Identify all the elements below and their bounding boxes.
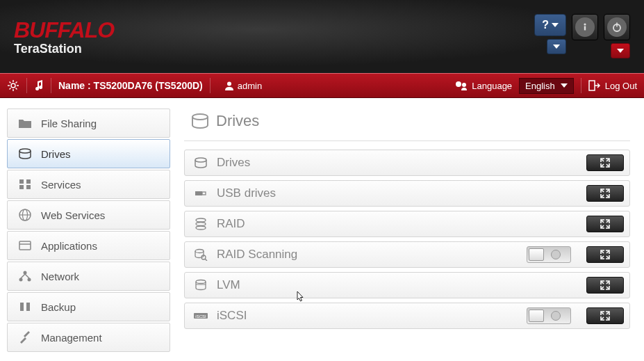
- user-block[interactable]: admin: [224, 81, 262, 91]
- language-value: English: [525, 81, 555, 91]
- sidebar-item-web-services[interactable]: Web Services: [7, 200, 170, 230]
- help-dropdown[interactable]: [547, 39, 566, 54]
- row-icon: [193, 279, 208, 291]
- row-icon: iSCSI: [193, 311, 208, 321]
- expand-button[interactable]: [586, 154, 624, 171]
- row-icon: [193, 218, 208, 230]
- power-button[interactable]: [604, 14, 630, 40]
- svg-point-4: [11, 83, 15, 88]
- status-bar: Name : TS5200DA76 (TS5200D) admin Langua…: [0, 73, 644, 98]
- svg-point-27: [19, 278, 23, 282]
- power-group: [604, 14, 630, 58]
- chevron-down-icon: [617, 49, 624, 53]
- sidebar-item-file-sharing[interactable]: File Sharing: [7, 109, 170, 138]
- power-dropdown[interactable]: [611, 43, 630, 58]
- status-bar-right: Language English Log Out: [455, 78, 637, 94]
- svg-rect-21: [26, 185, 31, 189]
- header-right: ?: [534, 14, 630, 58]
- drive-icon: [17, 148, 33, 159]
- row-label: RAID Scanning: [217, 248, 518, 262]
- sidebar-item-services[interactable]: Services: [7, 170, 170, 199]
- power-icon: [607, 17, 627, 37]
- info-icon: [575, 17, 595, 37]
- svg-rect-20: [19, 185, 24, 189]
- svg-point-14: [456, 81, 461, 87]
- svg-rect-30: [20, 303, 24, 311]
- toggle-knob: [529, 310, 544, 322]
- backup-icon: [17, 300, 33, 313]
- logout-label: Log Out: [605, 81, 637, 91]
- info-button[interactable]: [572, 14, 598, 40]
- sidebar-item-label: Web Services: [41, 209, 105, 221]
- sidebar-item-backup[interactable]: Backup: [7, 292, 170, 321]
- globe-icon: [17, 208, 33, 222]
- network-icon: [17, 270, 33, 282]
- toggle-indicator: [551, 311, 561, 321]
- logout-icon: [588, 80, 601, 91]
- brand-product: TeraStation: [14, 42, 114, 56]
- expand-icon: [600, 219, 610, 229]
- svg-point-13: [227, 82, 231, 86]
- svg-rect-25: [19, 241, 31, 250]
- sidebar-item-applications[interactable]: Applications: [7, 231, 170, 260]
- expand-button[interactable]: [586, 216, 624, 232]
- svg-rect-16: [589, 81, 595, 90]
- chevron-down-icon: [552, 23, 559, 27]
- sidebar-item-label: Management: [41, 332, 102, 344]
- expand-button[interactable]: [586, 277, 624, 294]
- divider: [51, 78, 51, 93]
- row-label: iSCSI: [217, 309, 518, 323]
- language-select[interactable]: English: [519, 78, 574, 94]
- row-lvm: LVM: [184, 272, 630, 298]
- sidebar: File Sharing Drives Services Web Service…: [7, 109, 170, 361]
- brand-logo: BUFFALO: [14, 17, 114, 43]
- chevron-down-icon: [561, 83, 568, 88]
- applications-icon: [17, 239, 33, 252]
- page-title-text: Drives: [216, 112, 259, 130]
- logout-button[interactable]: Log Out: [588, 80, 637, 91]
- svg-point-28: [28, 278, 31, 282]
- toggle-switch[interactable]: [527, 307, 571, 324]
- username: admin: [238, 81, 262, 91]
- svg-rect-34: [195, 191, 202, 195]
- svg-point-36: [196, 218, 206, 222]
- sidebar-item-label: Services: [41, 179, 81, 191]
- svg-point-32: [192, 114, 208, 120]
- svg-rect-19: [26, 179, 31, 184]
- body-area: File Sharing Drives Services Web Service…: [0, 98, 644, 361]
- brand-block: BUFFALO TeraStation: [14, 17, 114, 56]
- name-prefix: Name :: [58, 80, 91, 91]
- row-label: USB drives: [217, 186, 571, 200]
- row-icon: [193, 157, 208, 168]
- svg-rect-3: [616, 23, 618, 27]
- svg-text:iSCSI: iSCSI: [195, 314, 206, 319]
- row-label: Drives: [217, 156, 571, 170]
- toggle-knob: [529, 248, 544, 261]
- sidebar-item-network[interactable]: Network: [7, 262, 170, 291]
- svg-point-39: [195, 250, 204, 253]
- expand-icon: [600, 188, 610, 198]
- sidebar-item-label: Network: [41, 271, 79, 282]
- sidebar-item-label: Drives: [41, 148, 71, 160]
- svg-point-0: [584, 23, 586, 25]
- svg-point-29: [24, 271, 27, 275]
- svg-line-12: [16, 82, 17, 83]
- svg-rect-1: [584, 26, 586, 31]
- language-block: Language: [455, 81, 512, 91]
- gear-icon[interactable]: [7, 79, 19, 92]
- toggle-switch[interactable]: [527, 246, 571, 263]
- row-raid-scanning: RAID Scanning: [184, 241, 630, 268]
- expand-button[interactable]: [586, 246, 624, 263]
- expand-button[interactable]: [586, 307, 624, 324]
- music-icon[interactable]: [34, 80, 44, 91]
- svg-point-33: [195, 158, 206, 162]
- expand-button[interactable]: [586, 185, 624, 202]
- sidebar-item-management[interactable]: Management: [7, 323, 170, 352]
- svg-line-10: [16, 88, 17, 90]
- svg-point-37: [196, 223, 206, 226]
- info-group: [572, 14, 598, 58]
- help-button[interactable]: ?: [534, 14, 566, 36]
- sidebar-item-drives[interactable]: Drives: [7, 139, 170, 168]
- svg-point-38: [196, 226, 206, 230]
- row-icon: [193, 188, 208, 199]
